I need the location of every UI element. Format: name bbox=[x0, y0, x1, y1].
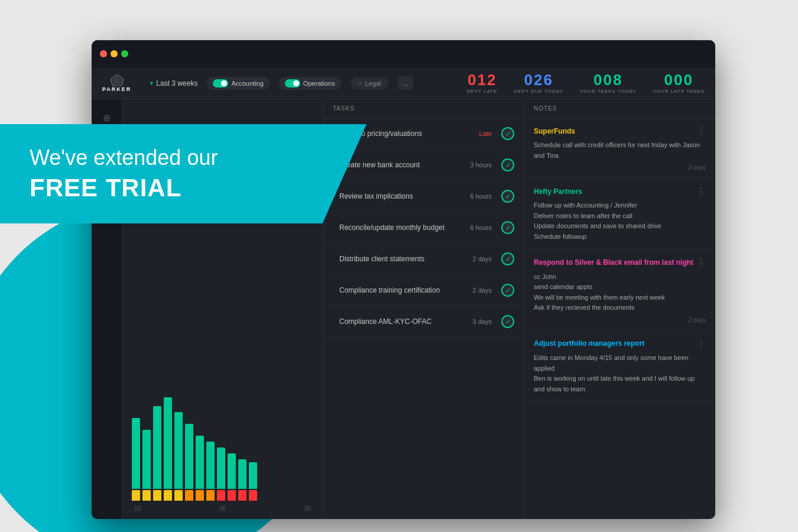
task-name: Create new bank account bbox=[339, 161, 465, 169]
operations-label: Operations bbox=[303, 80, 335, 87]
chart-bar-group bbox=[249, 462, 257, 501]
chart-bar-group bbox=[217, 447, 225, 501]
task-time: 3 days bbox=[473, 318, 492, 325]
task-name: Compliance training certification bbox=[339, 286, 468, 294]
note-body: cc John send calendar appts We will be m… bbox=[534, 272, 706, 313]
task-row[interactable]: Reconcile/update monthly budget6 hours✓ bbox=[323, 212, 524, 244]
task-time: 2 days bbox=[473, 287, 492, 294]
chart-bar-group bbox=[174, 412, 183, 501]
stat-late-tasks: 000 YOUR LATE TASKS bbox=[653, 72, 705, 94]
traffic-light-yellow[interactable] bbox=[111, 50, 118, 57]
task-time: Late bbox=[479, 130, 492, 137]
task-time: 3 hours bbox=[470, 161, 492, 168]
traffic-light-red[interactable] bbox=[100, 50, 107, 57]
task-row[interactable]: Review tax implications6 hours✓ bbox=[323, 181, 524, 212]
app-window: PARKER ▾ Last 3 weeks Accounting Operati… bbox=[92, 40, 715, 519]
task-check[interactable]: ✓ bbox=[501, 315, 514, 328]
stats-area: 012 DEPT LATE 026 DEPT DUE TODAY 008 YOU… bbox=[467, 72, 705, 94]
note-body: Schedule call with credit officers for n… bbox=[534, 140, 706, 161]
note-title: SuperFunds bbox=[534, 127, 575, 135]
note-body: Follow up with Accounting / Jennifer Del… bbox=[534, 200, 706, 242]
task-indicator bbox=[333, 249, 335, 268]
note-card-header: Hefty Partners⋮ bbox=[534, 186, 706, 197]
chart-bar-top bbox=[185, 424, 193, 489]
chart-bar-top bbox=[174, 412, 183, 489]
promo-line1: We've extended our bbox=[30, 145, 337, 170]
chart-bar-top bbox=[249, 462, 257, 489]
task-row[interactable]: Compliance AML-KYC-OFAC3 days✓ bbox=[323, 306, 524, 338]
accounting-toggle[interactable] bbox=[213, 79, 228, 87]
chart-bar-group bbox=[153, 406, 161, 501]
legal-filter[interactable]: ⊙ Legal bbox=[351, 77, 388, 89]
task-time: 2 days bbox=[473, 255, 492, 262]
chart-bar-bottom bbox=[228, 490, 236, 501]
note-menu-button[interactable]: ⋮ bbox=[696, 257, 706, 268]
accounting-filter[interactable]: Accounting bbox=[207, 77, 269, 90]
chart-label-00: 00 bbox=[304, 505, 311, 512]
task-row[interactable]: Distribute client statements2 days✓ bbox=[323, 244, 524, 275]
note-card: Hefty Partners⋮Follow up with Accounting… bbox=[524, 179, 715, 249]
stat-dept-late-num: 012 bbox=[467, 72, 498, 87]
notes-panel: NOTES SuperFunds⋮Schedule call with cred… bbox=[524, 99, 715, 519]
task-name: Reconcile/update monthly budget bbox=[339, 223, 465, 232]
promo-line2: FREE TRIAL bbox=[30, 174, 337, 202]
chart-bar-top bbox=[228, 453, 236, 489]
task-row[interactable]: Create new bank account3 hours✓ bbox=[323, 150, 524, 181]
note-card: SuperFunds⋮Schedule call with credit off… bbox=[524, 118, 715, 179]
note-menu-button[interactable]: ⋮ bbox=[696, 338, 706, 349]
stat-your-tasks-label: YOUR TASKS TODAY bbox=[580, 89, 637, 94]
stat-late-tasks-num: 000 bbox=[653, 72, 705, 87]
chart-bar-group bbox=[238, 459, 246, 501]
chart-label-10: 10 bbox=[134, 505, 141, 512]
task-check[interactable]: ✓ bbox=[501, 127, 514, 140]
stat-dept-late-label: DEPT LATE bbox=[467, 89, 498, 94]
chart-bar-top bbox=[238, 459, 246, 489]
note-title: Hefty Partners bbox=[534, 187, 582, 196]
chart-bar-group bbox=[206, 442, 215, 501]
date-filter[interactable]: ▾ Last 3 weeks bbox=[150, 79, 197, 87]
logo-text: PARKER bbox=[102, 86, 131, 92]
chart-bar-top bbox=[217, 447, 225, 489]
chart-bar-bottom bbox=[206, 490, 215, 501]
task-check[interactable]: ✓ bbox=[501, 284, 514, 297]
chart-bar-top bbox=[164, 397, 172, 489]
task-check[interactable]: ✓ bbox=[501, 252, 514, 265]
note-footer: 3 days bbox=[534, 164, 706, 171]
chart-bar-top bbox=[132, 418, 140, 489]
note-menu-button[interactable]: ⋮ bbox=[696, 186, 706, 197]
chart-bar-bottom bbox=[217, 490, 225, 501]
traffic-light-green[interactable] bbox=[121, 50, 128, 57]
chart-bar-bottom bbox=[185, 490, 193, 501]
chart-bar-group bbox=[142, 430, 151, 501]
chart-bar-bottom bbox=[174, 490, 183, 501]
task-time: 6 hours bbox=[470, 224, 492, 231]
task-check[interactable]: ✓ bbox=[501, 158, 514, 171]
chart-bar-top bbox=[206, 442, 215, 489]
operations-filter[interactable]: Operations bbox=[279, 77, 341, 90]
note-card: Respond to Silver & Black email from las… bbox=[524, 250, 715, 331]
task-row[interactable]: Compliance training certification2 days✓ bbox=[323, 275, 524, 306]
notes-header: NOTES bbox=[524, 99, 715, 118]
task-check[interactable]: ✓ bbox=[501, 221, 514, 234]
chart-bar-group bbox=[164, 397, 172, 501]
chart-bar-bottom bbox=[238, 490, 246, 501]
note-title: Respond to Silver & Black email from las… bbox=[534, 258, 693, 267]
note-menu-button[interactable]: ⋮ bbox=[696, 125, 706, 137]
more-button[interactable]: ... bbox=[398, 76, 414, 90]
chart-bar-top bbox=[142, 430, 151, 489]
stat-dept-due: 026 DEPT DUE TODAY bbox=[514, 72, 563, 94]
operations-toggle[interactable] bbox=[285, 79, 300, 87]
date-filter-label: Last 3 weeks bbox=[156, 79, 197, 87]
stat-dept-late: 012 DEPT LATE bbox=[467, 72, 498, 94]
task-indicator bbox=[333, 281, 335, 300]
note-card-header: SuperFunds⋮ bbox=[534, 125, 706, 137]
stat-dept-due-label: DEPT DUE TODAY bbox=[514, 89, 563, 94]
chart-bar-bottom bbox=[153, 490, 161, 501]
title-bar bbox=[92, 40, 715, 67]
task-check[interactable]: ✓ bbox=[501, 190, 514, 203]
note-card: Adjust portfolio managers report⋮Edits c… bbox=[524, 331, 715, 402]
stat-late-tasks-label: YOUR LATE TASKS bbox=[653, 89, 705, 94]
task-name: Review tax implications bbox=[339, 192, 465, 200]
chart-label-05: 05 bbox=[219, 505, 226, 512]
chart-bar-group bbox=[228, 453, 236, 501]
